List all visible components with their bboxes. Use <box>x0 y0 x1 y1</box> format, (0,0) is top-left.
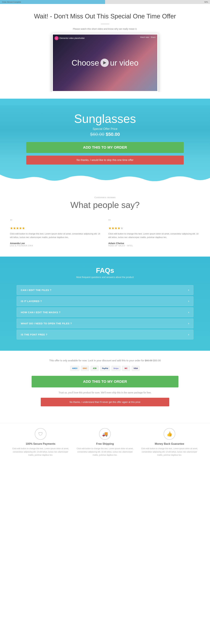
faq-question: WHAT DO I NEED TO OPEN THE FILES ? <box>21 322 72 325</box>
hero-subtitle: Please watch this short video and know w… <box>7 28 203 30</box>
guarantee-text: Click edit button to change this text. L… <box>139 447 200 457</box>
video-play-overlay[interactable]: Choose ur video <box>72 58 138 68</box>
faq-item[interactable]: HOW CAN I EDIT THE MASKS ? › <box>17 308 193 317</box>
star-rating: ★★★★★ <box>10 226 102 230</box>
price-sale: $50.00 <box>106 132 120 137</box>
reviews-label: Customers reviews <box>10 196 200 198</box>
wave-top <box>0 92 210 105</box>
video-inner[interactable]: E Elementor video placeholder Watch late… <box>53 34 157 91</box>
review-text: Click edit button to change this text. L… <box>108 232 200 239</box>
hero-title: Wait! - Don't Miss Out This Special One … <box>7 12 203 20</box>
faq-question: CAN I EDIT THE FILES ? <box>21 288 51 292</box>
faq-arrow-icon: › <box>188 288 189 292</box>
faq-subtitle: Most frequent questions and answers abou… <box>17 276 193 278</box>
faq-item[interactable]: CAN I EDIT THE FILES ? › <box>17 285 193 295</box>
progress-percentage: 50% <box>204 1 208 3</box>
payment-icon-visa: VISA <box>132 366 140 371</box>
add-order-button-top[interactable]: Add This To My Order <box>26 142 183 153</box>
faq-arrow-icon: › <box>188 300 189 303</box>
guarantee-title: Money Back Guarantee <box>139 442 200 446</box>
faq-item[interactable]: IS IT LAYERED ? › <box>17 296 193 306</box>
payment-icon-jcb: JCB <box>91 366 99 371</box>
faq-question: IS IT LAYERED ? <box>21 300 42 302</box>
review-card: " ★★★★★ Click edit button to change this… <box>108 216 200 248</box>
guarantee-title: Free Shipping <box>75 442 136 446</box>
video-text-ur-video: ur video <box>110 58 138 68</box>
reviews-grid: " ★★★★★ Click edit button to change this… <box>10 216 200 248</box>
reviews-title: What people say? <box>10 200 200 210</box>
share-btn[interactable]: Share <box>151 36 155 38</box>
price-original: $60.00 <box>90 132 104 137</box>
video-controls-top: Watch later Share <box>140 36 156 38</box>
payment-icon-discover: DISC <box>81 366 89 371</box>
guarantee-item: 🛡 100% Secure Payments Click edit button… <box>10 428 71 457</box>
reviewer-title: CEO & FOUNDER CRIX <box>10 244 102 246</box>
price-container: $60.00 $50.00 <box>7 132 203 137</box>
guarantee-item: 🚚 Free Shipping Click edit button to cha… <box>75 428 136 457</box>
video-center-text: Choose ur video <box>72 58 138 68</box>
progress-label: Order Almost Complete <box>2 1 21 3</box>
svg-rect-0 <box>0 92 210 99</box>
quote-icon: " <box>10 218 102 225</box>
wave-bottom <box>0 174 210 188</box>
play-button[interactable] <box>100 58 109 67</box>
product-title: Sunglasses <box>7 112 203 126</box>
payment-icon-stripe: Stripe <box>112 366 120 371</box>
guarantee-text: Click edit button to change this text. L… <box>10 447 71 457</box>
video-text-choose: Choose <box>72 58 99 68</box>
faq-arrow-icon: › <box>188 322 189 325</box>
video-wrapper: E Elementor video placeholder Watch late… <box>52 34 158 92</box>
watch-later-btn[interactable]: Watch later <box>140 36 149 38</box>
trust-text: Trust us, you'll love this product for s… <box>13 391 197 394</box>
guarantee-section: 🛡 100% Secure Payments Click edit button… <box>0 423 210 467</box>
video-label: E Elementor video placeholder <box>55 36 85 40</box>
faq-item[interactable]: IS THE FONT FREE ? › <box>17 330 193 340</box>
payment-icon-paypal: PayPal <box>100 366 110 371</box>
progress-bar-container: Order Almost Complete 50% <box>0 0 210 4</box>
cyan-section: Sunglasses Special Offer Price $60.00 $5… <box>0 92 210 188</box>
special-offer-label: Special Offer Price <box>7 127 203 131</box>
reviewer-name: Adam Cheise <box>108 242 200 244</box>
reviews-section: Customers reviews What people say? " ★★★… <box>0 188 210 256</box>
payment-icon-master: MC <box>122 366 130 371</box>
product-section: Sunglasses Special Offer Price $60.00 $5… <box>0 105 210 174</box>
reviewer-name: Amanda Lee <box>10 242 102 244</box>
hero-section: Wait! - Don't Miss Out This Special One … <box>0 4 210 92</box>
faq-list: CAN I EDIT THE FILES ? › IS IT LAYERED ?… <box>17 285 193 340</box>
add-order-button-bottom[interactable]: Add This To My Order <box>32 376 178 388</box>
guarantee-icon: 🚚 <box>99 428 111 440</box>
faq-section: FAQs Most frequent questions and answers… <box>0 256 210 351</box>
cta-price-sale: $50.00 <box>153 359 161 362</box>
payment-icon-amex: AMEX <box>70 366 79 371</box>
video-label-text: Elementor video placeholder <box>60 37 85 39</box>
faq-arrow-icon: › <box>188 333 189 336</box>
guarantee-item: 👍 Money Back Guarantee Click edit button… <box>139 428 200 457</box>
faq-arrow-icon: › <box>188 310 189 314</box>
faq-item[interactable]: WHAT DO I NEED TO OPEN THE FILES ? › <box>17 318 193 328</box>
guarantee-text: Click edit button to change this text. L… <box>75 447 136 457</box>
payment-icons: AMEXDISCJCBPayPalStripeMCVISA <box>13 366 197 371</box>
bottom-cta: This offer is only available for now. Lo… <box>0 351 210 423</box>
play-triangle-icon <box>103 61 106 64</box>
faq-question: IS THE FONT FREE ? <box>21 333 47 336</box>
hero-divider <box>101 24 109 24</box>
star-rating: ★★★★★ <box>108 226 200 230</box>
review-text: Click edit button to change this text. L… <box>10 232 102 239</box>
cta-price-original: $60.00 <box>145 359 152 362</box>
elementor-logo: E <box>55 36 59 40</box>
never-offer-button[interactable]: No thanks, I understand that I'll never … <box>41 398 169 406</box>
quote-icon: " <box>108 218 200 225</box>
guarantee-icon: 👍 <box>164 428 175 440</box>
guarantee-title: 100% Secure Payments <box>10 442 71 446</box>
cta-text: This offer is only available for now. Lo… <box>13 359 197 362</box>
reviewer-title: HEAD OF SALES · INTEL <box>108 244 200 246</box>
guarantee-icon: 🛡 <box>35 428 46 440</box>
skip-button[interactable]: No thanks, I would like to skip this one… <box>26 156 183 164</box>
review-card: " ★★★★★ Click edit button to change this… <box>10 216 102 248</box>
faq-title: FAQs <box>17 266 193 274</box>
faq-question: HOW CAN I EDIT THE MASKS ? <box>21 311 61 314</box>
